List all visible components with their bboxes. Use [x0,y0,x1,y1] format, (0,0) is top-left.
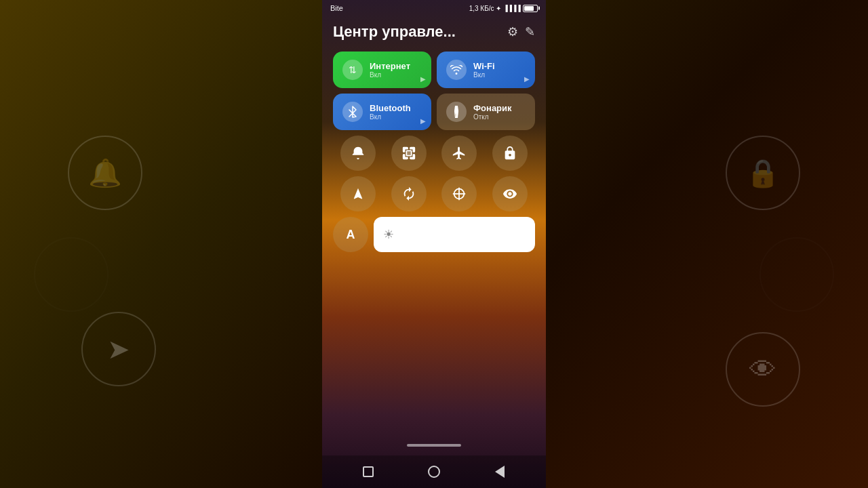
wifi-info: Wi-Fi Вкл [473,61,495,79]
screenshot-btn[interactable] [391,136,427,171]
wifi-icon [446,60,467,80]
svg-rect-1 [403,148,405,152]
toggles-grid: ⇅ Интернет Вкл ▶ Wi-F [333,52,535,130]
flashlight-icon [446,102,467,122]
font-size-btn[interactable]: A [333,217,368,252]
recents-nav-btn[interactable] [356,460,380,484]
home-indicator [322,435,546,455]
cc-header: Центр управле... ⚙ ✎ [333,20,535,46]
wifi-arrow: ▶ [524,75,530,83]
home-icon [428,466,440,478]
battery-icon [523,5,538,12]
internet-toggle[interactable]: ⇅ Интернет Вкл ▶ [333,52,431,88]
cc-header-icons: ⚙ ✎ [507,24,535,39]
svg-rect-7 [413,155,414,159]
status-right: 1,3 КБ/с ✦ ▐▐▐▐ [469,5,538,12]
internet-status: Вкл [370,71,410,79]
location-btn[interactable] [340,176,376,211]
font-label: A [347,228,355,242]
internet-icon: ⇅ [342,60,363,80]
wifi-name: Wi-Fi [473,61,495,71]
battery-fill [524,6,534,11]
flashlight-status: Откл [473,113,512,121]
flashlight-toggle[interactable]: Фонарик Откл [437,94,535,130]
bluetooth-icon-btn [342,102,363,122]
status-bar: Bite 1,3 КБ/с ✦ ▐▐▐▐ [322,0,546,15]
bell-btn[interactable] [340,136,376,171]
speed-label: 1,3 КБ/с [469,5,494,12]
small-icons-row-1 [333,136,535,171]
bg-eye-icon: 👁 [726,332,800,407]
bg-lock-icon: 🔒 [726,136,800,210]
edit-icon[interactable]: ✎ [525,24,535,39]
carrier-label: Bite [330,4,343,12]
flashlight-name: Фонарик [473,103,512,113]
bluetooth-toggle[interactable]: Bluetooth Вкл ▶ [333,94,431,130]
svg-rect-8 [406,150,411,155]
flashlight-info: Фонарик Откл [473,103,512,121]
back-nav-btn[interactable] [488,460,512,484]
svg-rect-3 [413,148,414,152]
signal-icon: ▐▐▐▐ [503,5,521,12]
airplane-btn[interactable] [441,136,477,171]
nav-bar [322,455,546,488]
bluetooth-icon: ✦ [496,5,501,12]
control-center: Центр управле... ⚙ ✎ ⇅ Интернет Вкл ▶ [322,15,546,435]
bluetooth-name: Bluetooth [370,103,411,113]
phone-frame: Bite 1,3 КБ/с ✦ ▐▐▐▐ Центр управле... ⚙ … [322,0,546,488]
brightness-sun-icon: ☀ [383,227,394,242]
bluetooth-arrow: ▶ [420,117,426,125]
home-bar [407,444,461,447]
bg-bell-icon: 🔔 [68,136,142,210]
scan-btn[interactable] [441,176,477,211]
back-icon [495,466,505,478]
bluetooth-info: Bluetooth Вкл [370,103,411,121]
brightness-row: A ☀ [333,217,535,252]
home-nav-btn[interactable] [422,460,446,484]
wifi-status: Вкл [473,71,495,79]
internet-info: Интернет Вкл [370,61,410,79]
internet-name: Интернет [370,61,410,71]
settings-icon[interactable]: ⚙ [507,24,518,39]
small-icons-row-2 [333,176,535,211]
bg-circle-1 [34,237,108,312]
svg-rect-5 [403,155,405,159]
cc-title: Центр управле... [333,23,456,41]
lock-rotate-btn[interactable] [492,136,528,171]
brightness-slider-container[interactable]: ☀ [374,217,535,252]
recents-icon [363,466,374,477]
wifi-toggle[interactable]: Wi-Fi Вкл ▶ [437,52,535,88]
internet-arrow: ▶ [420,75,426,83]
bluetooth-status: Вкл [370,113,411,121]
autorotate-btn[interactable] [391,176,427,211]
bg-arrow-icon: ➤ [81,312,156,386]
eye-btn[interactable] [492,176,528,211]
bg-circle-2 [760,237,834,312]
